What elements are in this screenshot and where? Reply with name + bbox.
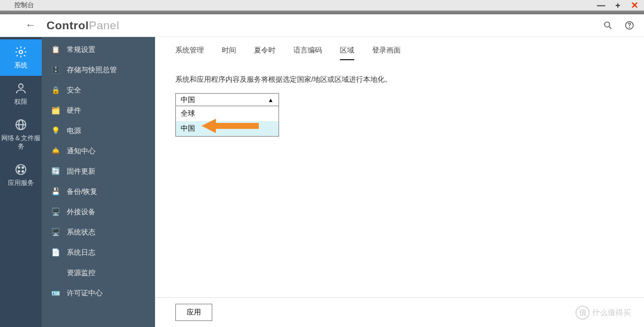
- region-select-value: 中国: [181, 95, 195, 105]
- svg-point-9: [16, 164, 26, 174]
- mid-item-system-log[interactable]: 📄系统日志: [42, 242, 155, 263]
- mid-item-label: 资源监控: [67, 268, 95, 278]
- svg-point-11: [22, 166, 24, 168]
- sidebar-item-system[interactable]: 系统: [0, 39, 42, 76]
- chip-icon: 🗂️: [50, 105, 61, 116]
- tab-system-admin[interactable]: 系统管理: [175, 45, 204, 60]
- window-titlebar: 控制台 — + ✕: [0, 0, 644, 11]
- sidebar-item-permission[interactable]: 权限: [0, 76, 42, 112]
- back-arrow-icon[interactable]: ←: [25, 19, 36, 32]
- mid-item-label: 常规设置: [67, 45, 95, 55]
- mid-item-firmware[interactable]: 🔄固件更新: [42, 161, 155, 181]
- sidebar-item-network[interactable]: 网络＆文件服务: [0, 112, 42, 157]
- region-dropdown: 全球 中国: [175, 106, 279, 137]
- region-description: 系统和应用程序内容及服务将根据选定国家/地区或区域进行本地化。: [155, 60, 644, 93]
- svg-point-10: [18, 166, 20, 168]
- mid-item-label: 通知中心: [67, 146, 95, 156]
- secondary-sidebar: 📋常规设置 🗄️存储与快照总管 🔒安全 🗂️硬件 💡电源 🛎️通知中心 🔄固件更…: [42, 37, 155, 327]
- mid-item-system-status[interactable]: 🖥️系统状态: [42, 222, 155, 242]
- brand-light: Panel: [89, 19, 119, 32]
- header: ← ControlPanel: [0, 14, 644, 37]
- refresh-icon: 🔄: [50, 166, 61, 177]
- watermark: 值 什么值得买: [575, 306, 631, 320]
- footer-bar: 应用: [155, 297, 644, 327]
- sidebar-item-label: 权限: [14, 97, 27, 106]
- bulb-icon: 💡: [50, 125, 61, 136]
- watermark-glyph: 值: [575, 306, 590, 320]
- region-option-global[interactable]: 全球: [176, 106, 278, 121]
- mid-item-label: 硬件: [67, 106, 81, 116]
- mid-item-label: 外接设备: [67, 207, 95, 217]
- mid-item-license[interactable]: 🪪许可证中心: [42, 283, 155, 303]
- watermark-text: 什么值得买: [592, 307, 631, 318]
- tab-time[interactable]: 时间: [222, 45, 236, 60]
- mid-item-label: 电源: [67, 126, 81, 136]
- globe-icon: [14, 118, 27, 131]
- tabs: 系统管理 时间 夏令时 语言编码 区域 登录画面: [155, 37, 644, 60]
- mid-item-label: 安全: [67, 85, 81, 95]
- mid-item-label: 系统状态: [67, 227, 95, 237]
- mid-item-label: 许可证中心: [67, 288, 103, 298]
- blank-icon: [50, 267, 61, 278]
- close-button[interactable]: ✕: [631, 2, 638, 9]
- svg-point-12: [18, 170, 20, 172]
- mid-item-general[interactable]: 📋常规设置: [42, 39, 155, 60]
- sidebar-item-label: 网络＆文件服务: [0, 134, 42, 151]
- license-icon: 🪪: [50, 288, 61, 298]
- mid-item-backup[interactable]: 💾备份/恢复: [42, 181, 155, 202]
- svg-point-4: [19, 50, 23, 54]
- lock-icon: 🔒: [50, 85, 61, 95]
- mid-item-notification[interactable]: 🛎️通知中心: [42, 141, 155, 161]
- clipboard-icon: 📋: [50, 44, 61, 55]
- window-title: 控制台: [14, 1, 34, 10]
- mid-item-storage[interactable]: 🗄️存储与快照总管: [42, 60, 155, 80]
- log-icon: 📄: [50, 247, 61, 258]
- sidebar-item-label: 应用服务: [8, 178, 34, 187]
- monitor-icon: 🖥️: [50, 206, 61, 217]
- region-select[interactable]: 中国 ▲: [175, 93, 279, 106]
- svg-point-0: [604, 22, 609, 27]
- mid-item-label: 存储与快照总管: [67, 65, 117, 75]
- tab-login-screen[interactable]: 登录画面: [372, 45, 401, 60]
- primary-sidebar: 系统 权限 网络＆文件服务 应用服务: [0, 37, 42, 327]
- gear-icon: [14, 45, 27, 58]
- mid-item-hardware[interactable]: 🗂️硬件: [42, 100, 155, 121]
- mid-item-security[interactable]: 🔒安全: [42, 80, 155, 100]
- tab-region[interactable]: 区域: [340, 45, 354, 60]
- minimize-button[interactable]: —: [597, 2, 605, 9]
- user-icon: [14, 82, 27, 95]
- backup-icon: 💾: [50, 186, 61, 197]
- mid-item-label: 系统日志: [67, 248, 95, 258]
- mid-item-label: 备份/恢复: [67, 187, 97, 197]
- mid-item-label: 固件更新: [67, 166, 95, 177]
- search-icon[interactable]: [602, 20, 613, 31]
- chevron-up-icon: ▲: [268, 97, 274, 103]
- mid-item-power[interactable]: 💡电源: [42, 121, 155, 141]
- svg-point-3: [629, 27, 630, 28]
- maximize-button[interactable]: +: [614, 2, 621, 9]
- region-option-china[interactable]: 中国: [176, 121, 278, 136]
- tab-dst[interactable]: 夏令时: [254, 45, 275, 60]
- apply-button[interactable]: 应用: [175, 304, 212, 321]
- svg-point-13: [22, 170, 24, 172]
- grid-icon: [14, 163, 27, 176]
- content-panel: 系统管理 时间 夏令时 语言编码 区域 登录画面 系统和应用程序内容及服务将根据…: [155, 37, 644, 327]
- mid-item-external[interactable]: 🖥️外接设备: [42, 202, 155, 222]
- brand-strong: Control: [47, 19, 89, 32]
- svg-line-1: [609, 27, 611, 29]
- bell-icon: 🛎️: [50, 146, 61, 156]
- storage-icon: 🗄️: [50, 64, 61, 75]
- sidebar-item-label: 系统: [14, 61, 27, 70]
- page-title: ControlPanel: [47, 19, 119, 32]
- sidebar-item-apps[interactable]: 应用服务: [0, 157, 42, 193]
- mid-item-resource-monitor[interactable]: 资源监控: [42, 263, 155, 283]
- tab-codepage[interactable]: 语言编码: [293, 45, 322, 60]
- svg-point-5: [18, 84, 23, 88]
- display-icon: 🖥️: [50, 227, 61, 237]
- help-icon[interactable]: [624, 20, 634, 31]
